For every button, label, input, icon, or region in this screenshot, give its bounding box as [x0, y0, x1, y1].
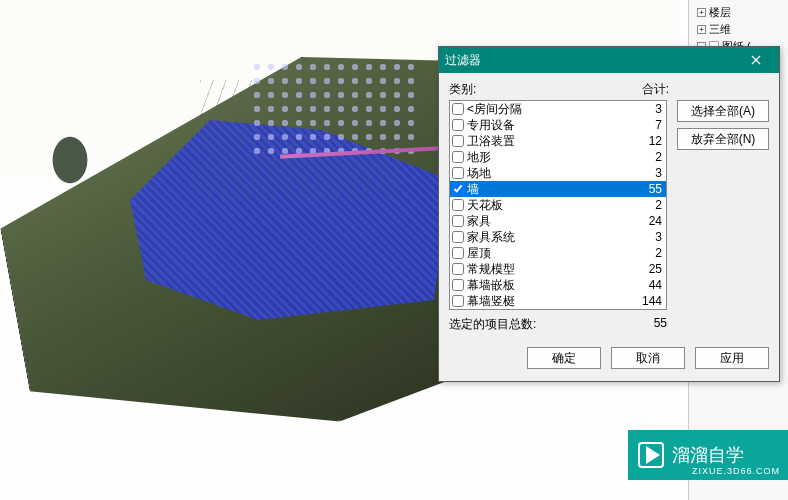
category-row[interactable]: 天花板2 — [450, 197, 666, 213]
category-row[interactable]: 常规模型25 — [450, 261, 666, 277]
category-list[interactable]: <房间分隔3专用设备7卫浴装置12地形2场地3墙55天花板2家具24家具系统3屋… — [449, 100, 667, 310]
point-cloud-overlay — [250, 60, 420, 160]
expand-icon[interactable]: + — [697, 25, 706, 34]
select-none-button[interactable]: 放弃全部(N) — [677, 128, 769, 150]
category-label: 天花板 — [467, 197, 630, 214]
category-count: 144 — [630, 294, 666, 308]
dialog-title: 过滤器 — [445, 52, 481, 69]
category-label: 屋顶 — [467, 245, 630, 262]
category-row[interactable]: 地形2 — [450, 149, 666, 165]
category-row[interactable]: 幕墙嵌板44 — [450, 277, 666, 293]
category-count: 3 — [630, 166, 666, 180]
category-row[interactable]: <房间分隔3 — [450, 101, 666, 117]
category-checkbox[interactable] — [452, 231, 464, 243]
category-count: 7 — [630, 118, 666, 132]
browser-item[interactable]: +楼层 — [691, 4, 786, 21]
category-label: 卫浴装置 — [467, 133, 630, 150]
category-checkbox[interactable] — [452, 199, 464, 211]
cancel-button[interactable]: 取消 — [611, 347, 685, 369]
category-label: 墙 — [467, 181, 630, 198]
category-count: 24 — [630, 214, 666, 228]
category-label: 常规模型 — [467, 261, 630, 278]
category-checkbox[interactable] — [452, 119, 464, 131]
ok-button[interactable]: 确定 — [527, 347, 601, 369]
category-checkbox[interactable] — [452, 263, 464, 275]
category-label: 地形 — [467, 149, 630, 166]
category-row[interactable]: 墙55 — [450, 181, 666, 197]
category-checkbox[interactable] — [452, 279, 464, 291]
category-row[interactable]: 幕墙网格32 — [450, 309, 666, 310]
category-count: 44 — [630, 278, 666, 292]
header-category-label: 类别: — [449, 81, 619, 98]
category-count: 3 — [630, 230, 666, 244]
category-count: 2 — [630, 150, 666, 164]
category-row[interactable]: 幕墙竖梃144 — [450, 293, 666, 309]
category-label: 家具系统 — [467, 229, 630, 246]
category-count: 2 — [630, 246, 666, 260]
category-count: 2 — [630, 198, 666, 212]
category-checkbox[interactable] — [452, 247, 464, 259]
category-checkbox[interactable] — [452, 135, 464, 147]
category-label: 幕墙竖梃 — [467, 293, 630, 310]
dialog-titlebar[interactable]: 过滤器 — [439, 47, 779, 73]
category-row[interactable]: 家具系统3 — [450, 229, 666, 245]
play-icon — [638, 442, 664, 468]
category-count: 25 — [630, 262, 666, 276]
browser-item-label: 三维 — [709, 22, 731, 37]
category-checkbox[interactable] — [452, 183, 464, 195]
category-checkbox[interactable] — [452, 215, 464, 227]
category-row[interactable]: 场地3 — [450, 165, 666, 181]
category-label: <房间分隔 — [467, 101, 630, 118]
category-checkbox[interactable] — [452, 295, 464, 307]
category-row[interactable]: 卫浴装置12 — [450, 133, 666, 149]
category-count: 3 — [630, 102, 666, 116]
category-label: 幕墙嵌板 — [467, 277, 630, 294]
header-count-label: 合计: — [619, 81, 669, 98]
browser-item[interactable]: +三维 — [691, 21, 786, 38]
category-count: 12 — [630, 134, 666, 148]
browser-item-label: 楼层 — [709, 5, 731, 20]
category-label: 场地 — [467, 165, 630, 182]
select-all-button[interactable]: 选择全部(A) — [677, 100, 769, 122]
tree-element — [40, 120, 100, 200]
category-checkbox[interactable] — [452, 167, 464, 179]
category-label: 家具 — [467, 213, 630, 230]
category-row[interactable]: 家具24 — [450, 213, 666, 229]
category-checkbox[interactable] — [452, 151, 464, 163]
total-value: 55 — [617, 316, 667, 333]
category-label: 幕墙网格 — [467, 309, 630, 311]
watermark: 溜溜自学 ZIXUE.3D66.COM — [628, 430, 788, 480]
apply-button[interactable]: 应用 — [695, 347, 769, 369]
category-row[interactable]: 屋顶2 — [450, 245, 666, 261]
category-count: 55 — [630, 182, 666, 196]
watermark-brand: 溜溜自学 — [672, 443, 744, 467]
category-label: 专用设备 — [467, 117, 630, 134]
close-icon — [751, 55, 761, 65]
category-checkbox[interactable] — [452, 103, 464, 115]
close-button[interactable] — [739, 50, 773, 70]
category-row[interactable]: 专用设备7 — [450, 117, 666, 133]
total-label: 选定的项目总数: — [449, 316, 617, 333]
filter-dialog: 过滤器 类别: 合计: <房间分隔3专用设备7卫浴装置12地形2场地3墙55天花… — [438, 46, 780, 382]
expand-icon[interactable]: + — [697, 8, 706, 17]
watermark-url: ZIXUE.3D66.COM — [692, 466, 780, 476]
